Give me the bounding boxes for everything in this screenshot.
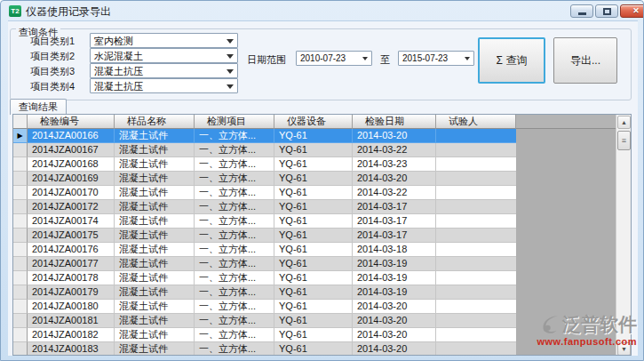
chevron-down-icon[interactable] xyxy=(227,54,234,59)
cell-inspection-date: 2014-03-20 xyxy=(353,300,436,314)
category2-value: 水泥混凝土 xyxy=(94,51,143,61)
category4-combobox[interactable]: 混凝土抗压 xyxy=(90,78,238,93)
table-row[interactable]: ▶2014JZA00166混凝土试件一、立方体...YQ-612014-03-2… xyxy=(13,129,516,143)
table-row[interactable]: 2014JZA00177混凝土试件一、立方体...YQ-612014-03-19 xyxy=(13,257,516,271)
cell-instrument: YQ-61 xyxy=(274,285,353,300)
cell-inspection-no: 2014JZA00172 xyxy=(28,200,115,214)
title-bar[interactable]: T2 仪器使用记录导出 ✕ xyxy=(1,1,643,20)
row-selector[interactable] xyxy=(13,214,28,229)
row-selector[interactable] xyxy=(13,143,28,157)
row-selector[interactable] xyxy=(13,314,28,328)
cell-inspection-date: 2014-03-17 xyxy=(353,229,436,243)
chevron-down-icon[interactable] xyxy=(227,39,234,44)
cell-test-item: 一、立方体... xyxy=(195,129,274,143)
cell-sample-name: 混凝土试件 xyxy=(115,285,195,300)
row-selector[interactable] xyxy=(13,300,28,314)
app-icon: T2 xyxy=(9,5,21,17)
cell-test-item: 一、立方体... xyxy=(195,214,274,229)
category1-combobox[interactable]: 室内检测 xyxy=(90,33,238,48)
cell-tester xyxy=(436,157,516,172)
date-to-picker[interactable]: 2015-07-23 xyxy=(398,51,474,66)
cell-test-item: 一、立方体... xyxy=(195,314,274,328)
cell-sample-name: 混凝土试件 xyxy=(115,271,195,285)
cell-test-item: 一、立方体... xyxy=(195,285,274,300)
category3-combobox[interactable]: 混凝土抗压 xyxy=(90,63,238,78)
row-selector[interactable] xyxy=(13,342,28,356)
table-row[interactable]: 2014JZA00174混凝土试件一、立方体...YQ-612014-03-17 xyxy=(13,214,516,229)
cell-sample-name: 混凝土试件 xyxy=(115,214,195,229)
cell-sample-name: 混凝土试件 xyxy=(115,243,195,257)
cell-inspection-no: 2014JZA00170 xyxy=(28,186,115,200)
column-header-test-item[interactable]: 检测项目 xyxy=(195,115,274,129)
cell-inspection-no: 2014JZA00179 xyxy=(28,285,115,300)
table-row[interactable]: 2014JZA00180混凝土试件一、立方体...YQ-612014-03-20 xyxy=(13,300,516,314)
table-row[interactable]: 2014JZA00176混凝土试件一、立方体...YQ-612014-03-18 xyxy=(13,243,516,257)
cell-instrument: YQ-61 xyxy=(274,229,353,243)
table-row[interactable]: 2014JZA00170混凝土试件一、立方体...YQ-612014-03-22 xyxy=(13,186,516,200)
row-selector[interactable] xyxy=(13,186,28,200)
chevron-down-icon[interactable] xyxy=(227,69,234,74)
field-label-category4: 项目类别4 xyxy=(30,80,75,93)
date-from-picker[interactable]: 2010-07-23 xyxy=(296,51,372,66)
cell-instrument: YQ-61 xyxy=(274,243,353,257)
table-row[interactable]: 2014JZA00172混凝土试件一、立方体...YQ-612014-03-17 xyxy=(13,200,516,214)
column-header-inspection-date[interactable]: 检验日期 xyxy=(353,115,436,129)
cell-tester xyxy=(436,229,516,243)
chevron-down-icon[interactable] xyxy=(227,84,234,89)
column-header-inspection-no[interactable]: 检验编号 xyxy=(28,115,115,129)
column-header-sample-name[interactable]: 样品名称 xyxy=(115,115,195,129)
cell-instrument: YQ-61 xyxy=(274,257,353,271)
row-selector[interactable] xyxy=(13,328,28,342)
row-selector[interactable] xyxy=(13,271,28,285)
category2-combobox[interactable]: 水泥混凝土 xyxy=(90,48,238,63)
category3-value: 混凝土抗压 xyxy=(94,66,143,76)
row-selector[interactable] xyxy=(13,172,28,186)
table-row[interactable]: 2014JZA00169混凝土试件一、立方体...YQ-612014-03-20 xyxy=(13,172,516,186)
date-to-value: 2015-07-23 xyxy=(402,53,448,63)
cell-inspection-no: 2014JZA00178 xyxy=(28,271,115,285)
row-selector[interactable] xyxy=(13,157,28,172)
row-selector[interactable] xyxy=(13,257,28,271)
cell-test-item: 一、立方体... xyxy=(195,342,274,356)
table-row[interactable]: 2014JZA00183混凝土试件一、立方体...YQ-612014-03-20 xyxy=(13,342,516,356)
table-row[interactable]: 2014JZA00178混凝土试件一、立方体...YQ-612014-03-19 xyxy=(13,271,516,285)
column-header-instrument[interactable]: 仪器设备 xyxy=(274,115,353,129)
column-header-tester[interactable]: 试验人 xyxy=(436,115,516,129)
close-button[interactable]: ✕ xyxy=(620,4,644,18)
cell-sample-name: 混凝土试件 xyxy=(115,229,195,243)
row-selector[interactable] xyxy=(13,229,28,243)
table-row[interactable]: 2014JZA00167混凝土试件一、立方体...YQ-612014-03-22 xyxy=(13,143,516,157)
maximize-button[interactable] xyxy=(595,4,618,18)
cell-tester xyxy=(436,314,516,328)
query-button-label: 查询 xyxy=(505,54,527,67)
chevron-down-icon[interactable] xyxy=(362,57,368,60)
tab-query-results[interactable]: 查询结果 xyxy=(10,99,67,115)
minimize-button[interactable] xyxy=(570,4,593,18)
row-selector[interactable] xyxy=(13,243,28,257)
query-button[interactable]: Σ 查询 xyxy=(478,37,545,84)
scroll-up-button[interactable]: ▲ xyxy=(617,116,631,129)
export-button[interactable]: 导出... xyxy=(553,37,617,84)
table-row[interactable]: 2014JZA00175混凝土试件一、立方体...YQ-612014-03-17 xyxy=(13,229,516,243)
cell-inspection-date: 2014-03-22 xyxy=(353,186,436,200)
cell-inspection-date: 2014-03-20 xyxy=(353,129,436,143)
table-row[interactable]: 2014JZA00179混凝土试件一、立方体...YQ-612014-03-19 xyxy=(13,285,516,300)
cell-inspection-no: 2014JZA00168 xyxy=(28,157,115,172)
cell-instrument: YQ-61 xyxy=(274,172,353,186)
cell-sample-name: 混凝土试件 xyxy=(115,129,195,143)
table-row[interactable]: 2014JZA00168混凝土试件一、立方体...YQ-612014-03-23 xyxy=(13,157,516,172)
field-label-category3: 项目类别3 xyxy=(30,65,75,78)
cell-test-item: 一、立方体... xyxy=(195,328,274,342)
cell-inspection-date: 2014-03-19 xyxy=(353,285,436,300)
table-row[interactable]: 2014JZA00182混凝土试件一、立方体...YQ-612014-03-20 xyxy=(13,328,516,342)
table-row[interactable]: 2014JZA00181混凝土试件一、立方体...YQ-612014-03-20 xyxy=(13,314,516,328)
row-selector[interactable] xyxy=(13,200,28,214)
scrollbar-thumb[interactable]: ≡ xyxy=(617,131,631,150)
date-from-value: 2010-07-23 xyxy=(300,53,346,63)
row-selector[interactable] xyxy=(13,285,28,300)
cell-instrument: YQ-61 xyxy=(274,186,353,200)
chevron-down-icon[interactable] xyxy=(465,57,470,60)
cell-sample-name: 混凝土试件 xyxy=(115,328,195,342)
row-selector-current[interactable]: ▶ xyxy=(13,129,28,143)
cell-inspection-date: 2014-03-17 xyxy=(353,200,436,214)
